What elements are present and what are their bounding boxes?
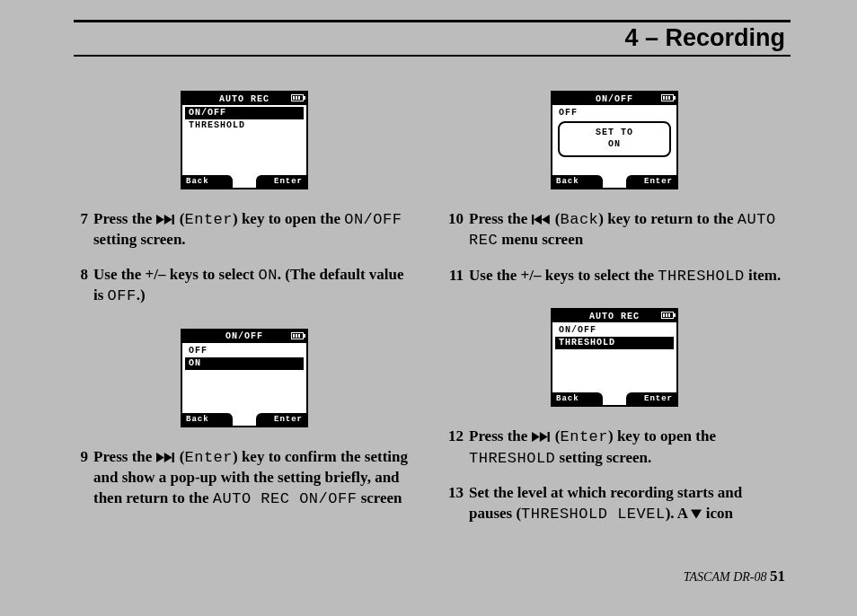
lcd-row: OFF <box>555 107 674 119</box>
t: Press the <box>93 448 156 465</box>
softkey-back: Back <box>552 175 603 188</box>
battery-icon <box>661 312 674 319</box>
lcd-figure-4: AUTO REC ON/OFF THRESHOLD Back Enter <box>444 308 785 407</box>
lcd-figure-3: ON/OFF OFF SET TO ON Back Enter <box>444 91 785 189</box>
step-12: 12 Press the (Enter) key to open the THR… <box>444 427 785 469</box>
softkey-enter: Enter <box>256 175 306 188</box>
t: ) key to return to the <box>598 210 738 227</box>
lcd-popup: SET TO ON <box>558 121 671 157</box>
lcd-row: OFF <box>185 345 304 357</box>
t: Press the <box>93 210 156 227</box>
down-triangle-icon <box>691 505 702 524</box>
mono: THRESHOLD <box>658 268 744 285</box>
page-header: 4 – Recording <box>74 22 791 57</box>
mono: THRESHOLD LEVEL <box>521 506 666 523</box>
lcd-row-selected: THRESHOLD <box>555 337 674 349</box>
lcd-body: ON/OFF THRESHOLD <box>552 322 676 392</box>
lcd-title: AUTO REC <box>589 312 640 321</box>
softkey-back: Back <box>182 413 233 426</box>
step-text: Press the (Enter) key to open the ON/OFF… <box>93 209 415 251</box>
lcd-softkeys: Back Enter <box>552 392 676 405</box>
lcd-figure-2: ON/OFF OFF ON Back Enter <box>74 329 415 427</box>
mono: ON/OFF <box>344 211 402 228</box>
step-number: 7 <box>74 209 93 251</box>
battery-icon <box>661 94 674 101</box>
lcd-row: THRESHOLD <box>185 119 304 132</box>
lcd-title-bar: AUTO REC <box>552 310 676 322</box>
t: .) <box>137 286 146 304</box>
fast-forward-icon <box>156 210 176 230</box>
step-number: 10 <box>444 209 469 251</box>
page-footer: TASCAM DR-08 51 <box>684 568 785 585</box>
mono: AUTO REC ON/OFF <box>213 490 358 507</box>
step-number: 12 <box>444 427 469 469</box>
footer-model: TASCAM DR-08 <box>684 570 770 584</box>
t: setting screen. <box>93 231 186 248</box>
right-column: ON/OFF OFF SET TO ON Back Enter <box>444 84 785 539</box>
t: item. <box>745 267 782 284</box>
fast-forward-icon <box>156 448 176 468</box>
lcd-title-bar: ON/OFF <box>552 92 676 105</box>
section-title: 4 – Recording <box>624 24 785 52</box>
lcd-title: AUTO REC <box>219 94 269 104</box>
battery-icon <box>291 94 304 101</box>
mono: Enter <box>560 428 608 445</box>
mono: ON <box>258 267 277 284</box>
mono: Back <box>560 211 598 228</box>
lcd-screen: ON/OFF OFF SET TO ON Back Enter <box>551 91 678 189</box>
t: ) key to open the <box>233 210 344 227</box>
softkey-enter: Enter <box>626 392 676 405</box>
step-13: 13 Set the level at which recording star… <box>444 483 785 524</box>
t: Use the +/– keys to select <box>93 266 258 283</box>
lcd-title-bar: ON/OFF <box>182 330 306 343</box>
t: ) key to open the <box>608 427 716 444</box>
page-number: 51 <box>770 568 785 585</box>
step-text: Press the (Enter) key to open the THRESH… <box>469 427 785 469</box>
step-number: 9 <box>74 447 93 509</box>
lcd-screen: AUTO REC ON/OFF THRESHOLD Back Enter <box>551 308 678 407</box>
lcd-softkeys: Back Enter <box>182 175 306 188</box>
step-text: Press the (Back) key to return to the AU… <box>469 209 785 251</box>
content-columns: AUTO REC ON/OFF THRESHOLD Back Enter 7 <box>74 84 791 539</box>
lcd-body: OFF ON <box>182 343 306 413</box>
step-10: 10 Press the (Back) key to return to the… <box>444 209 785 251</box>
step-9: 9 Press the (Enter) key to confirm the s… <box>74 447 415 509</box>
lcd-row: ON/OFF <box>555 324 674 337</box>
t: ( <box>552 210 561 227</box>
t: screen <box>357 489 402 506</box>
t: icon <box>702 505 732 522</box>
t: ). A <box>666 505 692 522</box>
lcd-softkeys: Back Enter <box>182 413 306 426</box>
step-text: Use the +/– keys to select ON. (The defa… <box>93 265 415 307</box>
t: Press the <box>469 210 532 227</box>
lcd-screen: AUTO REC ON/OFF THRESHOLD Back Enter <box>181 91 308 189</box>
lcd-row-selected: ON/OFF <box>185 107 304 119</box>
step-number: 11 <box>444 266 469 286</box>
softkey-enter: Enter <box>626 175 676 188</box>
step-number: 13 <box>444 483 469 524</box>
t: setting screen. <box>555 449 651 466</box>
lcd-body: OFF SET TO ON <box>552 105 676 175</box>
lcd-screen: ON/OFF OFF ON Back Enter <box>181 329 308 427</box>
step-11: 11 Use the +/– keys to select the THRESH… <box>444 266 785 286</box>
softkey-back: Back <box>182 175 233 188</box>
step-text: Use the +/– keys to select the THRESHOLD… <box>469 266 785 286</box>
rewind-icon <box>532 210 552 230</box>
lcd-figure-1: AUTO REC ON/OFF THRESHOLD Back Enter <box>74 91 415 189</box>
t: ( <box>176 210 185 227</box>
popup-line: SET TO <box>560 127 669 138</box>
step-text: Set the level at which recording starts … <box>469 483 785 524</box>
lcd-title: ON/OFF <box>225 331 263 341</box>
step-8: 8 Use the +/– keys to select ON. (The de… <box>74 265 415 307</box>
battery-icon <box>291 332 304 339</box>
lcd-row-selected: ON <box>185 357 304 370</box>
step-number: 8 <box>74 265 93 307</box>
lcd-body: ON/OFF THRESHOLD <box>182 105 306 175</box>
left-column: AUTO REC ON/OFF THRESHOLD Back Enter 7 <box>74 84 415 539</box>
popup-line: ON <box>560 138 669 150</box>
step-text: Press the (Enter) key to confirm the set… <box>93 447 415 509</box>
mono: Enter <box>184 211 233 228</box>
t: ( <box>176 448 185 465</box>
lcd-title-bar: AUTO REC <box>182 92 306 105</box>
softkey-back: Back <box>552 392 603 405</box>
